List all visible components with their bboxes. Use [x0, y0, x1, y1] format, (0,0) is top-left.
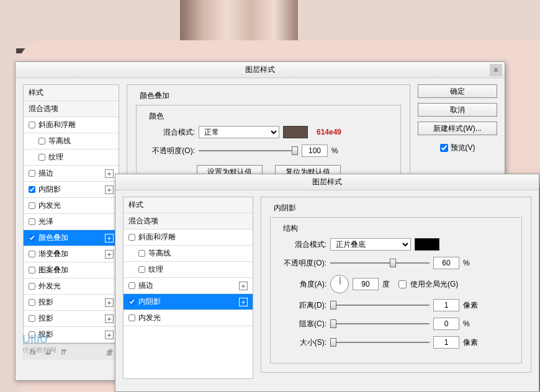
style-label: 内发光	[138, 313, 161, 323]
plus-icon[interactable]: +	[105, 185, 114, 194]
preview-label: 预览(V)	[451, 143, 475, 153]
size-label: 大小(S):	[279, 337, 326, 348]
style-item[interactable]: 投影+	[24, 295, 119, 311]
style-item[interactable]: 样式	[124, 197, 253, 213]
style-item[interactable]: 斜面和浮雕	[124, 229, 253, 246]
plus-icon[interactable]: +	[105, 314, 114, 323]
style-label: 投影	[38, 313, 53, 324]
style-item[interactable]: 等高线	[24, 133, 119, 149]
style-item[interactable]: 样式	[24, 85, 119, 101]
opacity-input[interactable]	[433, 257, 459, 269]
size-unit: 像素	[463, 337, 478, 348]
style-item[interactable]: 渐变叠加+	[24, 246, 119, 262]
plus-icon[interactable]: +	[105, 331, 114, 339]
style-label: 外发光	[38, 281, 61, 292]
plus-icon[interactable]: +	[105, 250, 114, 259]
style-label: 内发光	[38, 200, 61, 211]
style-checkbox[interactable]	[128, 314, 135, 321]
blend-mode-select[interactable]: 正片叠底	[330, 238, 411, 251]
style-checkbox[interactable]	[29, 299, 35, 306]
choke-label: 阻塞(C):	[279, 319, 326, 329]
dialog-title-bar: 图层样式	[115, 174, 539, 190]
new-style-button[interactable]: 新建样式(W)...	[418, 122, 497, 135]
style-checkbox[interactable]	[29, 331, 35, 338]
global-light-checkbox[interactable]	[398, 280, 407, 288]
style-label: 纹理	[48, 152, 63, 163]
preview-checkbox[interactable]	[440, 144, 448, 152]
style-label: 样式	[128, 200, 143, 210]
up-arrows-icon[interactable]: ⇈	[58, 348, 68, 357]
angle-dial[interactable]	[330, 275, 349, 293]
style-item[interactable]: 颜色叠加+	[24, 230, 119, 246]
trash-icon[interactable]: 🗑	[104, 348, 114, 357]
style-item[interactable]: 斜面和浮雕	[24, 117, 119, 133]
distance-input[interactable]	[433, 299, 459, 311]
style-item[interactable]: 外发光	[24, 278, 119, 295]
color-swatch[interactable]	[415, 238, 439, 251]
style-checkbox[interactable]	[29, 283, 35, 290]
opacity-unit: %	[463, 259, 470, 267]
panel-subtitle: 颜色	[145, 111, 168, 122]
plus-icon[interactable]: +	[105, 298, 114, 307]
style-item[interactable]: 光泽	[24, 214, 119, 230]
fx-icon[interactable]: fx	[28, 348, 38, 357]
close-button[interactable]	[490, 64, 502, 76]
style-checkbox[interactable]	[29, 234, 35, 241]
style-item[interactable]: 混合选项	[124, 213, 253, 229]
style-checkbox[interactable]	[29, 251, 35, 257]
distance-slider[interactable]	[330, 300, 430, 311]
style-item[interactable]: 投影+	[24, 311, 119, 327]
distance-label: 距离(D):	[279, 300, 326, 311]
styles-list: 样式混合选项斜面和浮雕等高线纹理描边+内阴影+内发光光泽颜色叠加+渐变叠加+图案…	[23, 84, 119, 344]
plus-icon[interactable]: +	[239, 298, 248, 306]
style-item[interactable]: 描边+	[124, 278, 253, 294]
style-label: 等高线	[48, 136, 71, 146]
style-checkbox[interactable]	[38, 138, 45, 145]
style-item[interactable]: 等高线	[124, 246, 253, 262]
plus-icon[interactable]: +	[105, 169, 114, 178]
style-checkbox[interactable]	[29, 122, 35, 128]
panel-title: 内阴影	[270, 203, 300, 213]
angle-input[interactable]	[353, 278, 379, 290]
style-item[interactable]: 内阴影+	[24, 182, 119, 198]
style-item[interactable]: 混合选项	[24, 101, 119, 117]
style-item[interactable]: 纹理	[24, 149, 119, 166]
style-item[interactable]: 描边+	[24, 166, 119, 182]
plus-icon[interactable]: +	[239, 282, 248, 290]
cancel-button[interactable]: 取消	[418, 103, 497, 117]
opacity-label: 不透明度(O):	[279, 258, 326, 269]
style-checkbox[interactable]	[38, 154, 45, 161]
opacity-input[interactable]	[302, 145, 328, 157]
choke-input[interactable]	[433, 318, 459, 330]
style-checkbox[interactable]	[29, 315, 35, 322]
opacity-label: 不透明度(O):	[145, 146, 195, 156]
style-checkbox[interactable]	[29, 186, 35, 193]
style-item[interactable]: 内发光	[124, 310, 253, 326]
down-arrows-icon[interactable]: ⇊	[43, 348, 53, 357]
style-item[interactable]: 内发光	[24, 198, 119, 214]
style-item[interactable]: 图案叠加	[24, 262, 119, 278]
style-item[interactable]: 内阴影+	[124, 294, 253, 310]
blend-mode-select[interactable]: 正常	[199, 126, 279, 138]
style-checkbox[interactable]	[29, 202, 35, 209]
style-checkbox[interactable]	[128, 282, 135, 289]
style-checkbox[interactable]	[29, 170, 35, 177]
style-checkbox[interactable]	[138, 266, 145, 273]
style-item[interactable]: 投影+	[24, 327, 119, 343]
color-swatch[interactable]	[283, 126, 308, 138]
plus-icon[interactable]: +	[105, 234, 114, 243]
style-item[interactable]: 纹理	[124, 262, 253, 278]
choke-slider[interactable]	[330, 318, 430, 329]
choke-unit: %	[463, 319, 470, 328]
style-checkbox[interactable]	[128, 234, 135, 241]
ok-button[interactable]: 确定	[418, 84, 497, 98]
style-checkbox[interactable]	[128, 298, 135, 305]
style-checkbox[interactable]	[29, 218, 35, 225]
size-slider[interactable]	[330, 337, 430, 348]
style-checkbox[interactable]	[29, 267, 35, 274]
size-input[interactable]	[433, 336, 459, 349]
style-checkbox[interactable]	[138, 250, 145, 257]
angle-label: 角度(A):	[279, 279, 326, 290]
opacity-slider[interactable]	[199, 145, 298, 156]
opacity-slider[interactable]	[330, 257, 430, 269]
